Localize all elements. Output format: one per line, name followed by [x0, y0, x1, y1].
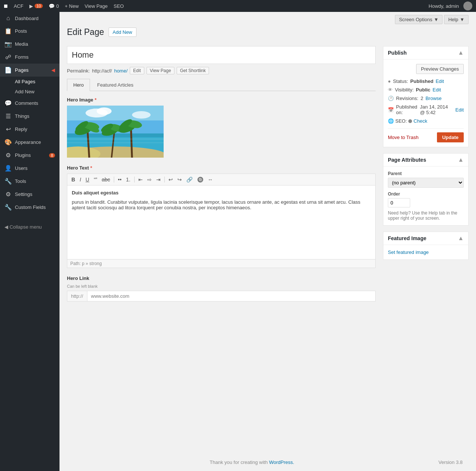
sidebar-subitem-all-pages[interactable]: All Pages — [0, 77, 60, 87]
ordered-list-button[interactable]: 1. — [124, 175, 132, 184]
reply-icon: ↩ — [4, 126, 12, 133]
adminbar-comments[interactable]: 💬 0 — [49, 3, 59, 9]
parent-label: Parent — [388, 171, 464, 176]
sidebar-item-posts[interactable]: 📋 Posts — [0, 25, 60, 38]
underline-button[interactable]: U — [84, 175, 91, 184]
unordered-list-button[interactable]: •• — [116, 175, 123, 184]
posts-icon: 📋 — [4, 28, 12, 35]
editor-body-text: purus in blandit. Curabitur vulputate, l… — [72, 199, 371, 210]
link-button[interactable]: 🔗 — [184, 175, 194, 184]
wp-footer: Thank you for creating with WordPress. V… — [60, 454, 476, 471]
featured-image-body: Set featured image — [383, 245, 468, 259]
preview-changes-button[interactable]: Preview Changes — [416, 64, 464, 74]
sidebar-item-reply[interactable]: ↩ Reply — [0, 123, 60, 136]
update-button[interactable]: Update — [437, 132, 464, 142]
set-featured-image-link[interactable]: Set featured image — [388, 249, 429, 255]
sidebar-item-tools[interactable]: 🔧 Tools — [0, 175, 60, 188]
calendar-icon: 📅 — [388, 107, 394, 113]
appearance-icon: 🎨 — [4, 139, 12, 146]
settings-icon: ⚙ — [4, 191, 12, 198]
sidebar-item-pages[interactable]: 📄 Pages ◀ — [0, 64, 60, 77]
wordpress-link[interactable]: WordPress. — [269, 459, 294, 465]
unlink-button[interactable]: 🔘 — [195, 175, 205, 184]
parent-select[interactable]: (no parent) — [388, 178, 464, 188]
revisions-icon: 🕐 — [388, 96, 394, 101]
sidebar-item-users[interactable]: 👤 Users — [0, 162, 60, 175]
seo-check-link[interactable]: Check — [414, 118, 427, 124]
required-marker: * — [94, 97, 96, 103]
admin-avatar — [463, 1, 472, 10]
pages-icon: 📄 — [4, 67, 12, 74]
adminbar-acf[interactable]: ACF — [14, 3, 23, 9]
undo-button[interactable]: ↩ — [167, 175, 175, 184]
page-attributes-toggle-icon[interactable]: ▲ — [458, 157, 464, 163]
sidebar-item-custom-fields[interactable]: 🔧 Custom Fields — [0, 201, 60, 214]
sidebar-item-plugins[interactable]: ⚙ Plugins 8 — [0, 149, 60, 162]
forms-icon: ☍ — [4, 54, 12, 61]
tab-featured-articles[interactable]: Featured Articles — [91, 79, 140, 91]
status-icon: ● — [388, 78, 391, 84]
redo-button[interactable]: ↪ — [176, 175, 184, 184]
custom-fields-icon: 🔧 — [4, 204, 12, 211]
published-edit-link[interactable]: Edit — [456, 107, 464, 113]
sidebar-item-appearance[interactable]: 🎨 Appearance — [0, 136, 60, 149]
revisions-browse-link[interactable]: Browse — [425, 96, 441, 101]
screen-options-button[interactable]: Screen Options ▼ — [395, 15, 443, 24]
order-label: Order — [388, 191, 464, 197]
hero-image[interactable] — [67, 106, 164, 158]
wp-logo[interactable]: ■ — [4, 2, 8, 10]
edit-permalink-btn[interactable]: Edit — [130, 67, 144, 74]
published-row: 📅 Published on: Jan 14, 2014 @ 5:42 Edit — [388, 104, 464, 115]
trash-link[interactable]: Move to Trash — [388, 135, 418, 140]
featured-image-toggle-icon[interactable]: ▲ — [458, 235, 464, 242]
visibility-icon: 👁 — [388, 87, 393, 93]
publish-actions: Move to Trash Update — [388, 128, 464, 142]
status-edit-link[interactable]: Edit — [435, 78, 444, 84]
order-input[interactable] — [388, 198, 410, 207]
version-text: Version 3.8 — [438, 459, 470, 465]
post-title-input[interactable] — [67, 46, 376, 64]
align-left-button[interactable]: ⇤ — [136, 175, 145, 184]
view-page-btn[interactable]: View Page — [147, 67, 174, 74]
permalink-link[interactable]: home/ — [114, 68, 128, 74]
editor-toolbar: B I U “” abc •• 1. ⇤ ⇨ — [67, 174, 376, 185]
content-main: Screen Options ▼ Help ▼ Edit Page — [60, 12, 476, 454]
sidebar-item-forms[interactable]: ☍ Forms — [0, 51, 60, 64]
blockquote-button[interactable]: “” — [92, 175, 99, 184]
italic-button[interactable]: I — [78, 175, 83, 184]
adminbar-seo[interactable]: SEO — [114, 3, 124, 9]
sidebar-item-comments[interactable]: 💬 Comments — [0, 97, 60, 110]
adminbar-new[interactable]: + New — [65, 3, 78, 9]
media-icon: 📷 — [4, 41, 12, 48]
sidebar-subitem-add-new[interactable]: Add New — [0, 87, 60, 97]
tab-hero[interactable]: Hero — [67, 79, 90, 91]
help-button[interactable]: Help ▼ — [444, 15, 469, 24]
top-actions-bar: Screen Options ▼ Help ▼ — [60, 12, 476, 24]
dashboard-icon: ⌂ — [4, 15, 12, 22]
align-right-button[interactable]: ⇥ — [154, 175, 163, 184]
seo-row: 🌐 SEO: Check — [388, 118, 464, 124]
page-title: Edit Page — [67, 27, 104, 37]
wp-layout: ⌂ Dashboard 📋 Posts 📷 Media ☍ Forms 📄 Pa… — [0, 0, 476, 471]
fullscreen-button[interactable]: ↔ — [206, 175, 215, 184]
collapse-menu-btn[interactable]: ◀ Collapse menu — [0, 221, 60, 233]
editor-body[interactable]: Duis aliquet egestas purus in blandit. C… — [67, 185, 376, 259]
adminbar-updates[interactable]: ▶ 10 — [29, 3, 43, 9]
tabs-row: Hero Featured Articles — [67, 79, 376, 91]
sidebar-item-settings[interactable]: ⚙ Settings — [0, 188, 60, 201]
hero-link-label: Hero Link — [67, 275, 376, 281]
strikethrough-button[interactable]: abc — [100, 175, 112, 184]
publish-toggle-icon[interactable]: ▲ — [458, 49, 464, 56]
hero-link-input[interactable] — [87, 291, 375, 301]
align-center-button[interactable]: ⇨ — [145, 175, 154, 184]
bold-button[interactable]: B — [70, 175, 77, 184]
add-new-button[interactable]: Add New — [109, 28, 136, 37]
get-shortlink-btn[interactable]: Get Shortlink — [177, 67, 209, 74]
sidebar-item-media[interactable]: 📷 Media — [0, 38, 60, 51]
chevron-down-icon-2: ▼ — [460, 17, 464, 22]
adminbar-view-page[interactable]: View Page — [85, 3, 108, 9]
hero-link-prefix: http:// — [67, 291, 87, 301]
visibility-edit-link[interactable]: Edit — [432, 87, 441, 93]
sidebar-item-dashboard[interactable]: ⌂ Dashboard — [0, 12, 60, 25]
sidebar-item-things[interactable]: ☰ Things — [0, 110, 60, 123]
